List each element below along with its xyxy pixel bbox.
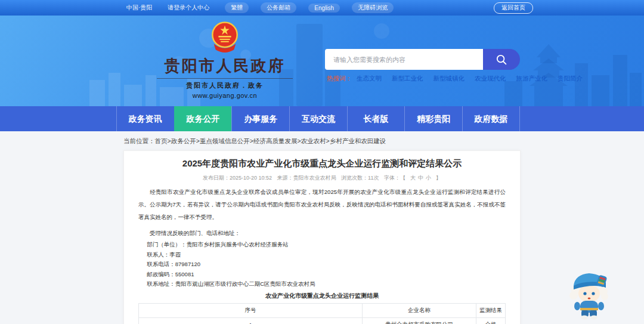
table-header-row: 序号企业名称监测结果 (139, 303, 506, 317)
hot-search-link[interactable]: 旅游产业化 (516, 75, 548, 83)
font-size-option[interactable]: 大 (410, 175, 416, 181)
nav-tab[interactable]: 政府数据 (462, 106, 520, 131)
topbar-link[interactable]: 请登录个人中心 (168, 4, 209, 12)
contact-line: 部门（单位）：贵阳市乡村振兴服务中心农村经济服务站 (138, 240, 506, 250)
article-paragraph-1: 经贵阳市农业产业化市级重点龙头企业联席会议成员单位审定，现对2025年开展的农业… (138, 186, 506, 223)
site-title: 贵阳市人民政府 (132, 55, 317, 76)
hot-search-link[interactable]: 新型工业化 (392, 75, 423, 83)
search-bar (325, 49, 520, 70)
breadcrumb-path[interactable]: 首页>政务公开>重点领域信息公开>经济高质量发展>农业农村>乡村产业和农田建设 (155, 137, 386, 144)
cell-company-name: 贵州合力超市采购有限公司 (363, 317, 476, 324)
font-size-options: 大中小 (409, 175, 432, 181)
search-icon (496, 54, 507, 66)
article-meta: 发布日期：2025-10-20 10:52 来源：贵阳市农业农村局 浏览次数：1… (138, 174, 506, 182)
table-body: 1 贵州合力超市采购有限公司 合格 2 贵州友禾种业有限公司 合格 3 贵州松果… (139, 317, 506, 324)
main-nav: 政务资讯政务公开办事服务互动交流长者版精彩贵阳政府数据 (0, 106, 644, 131)
contact-line: 联系地址：贵阳市观山湖区市级行政中心二期C区贵阳市农业农村局 (138, 279, 506, 289)
cell-result: 合格 (476, 317, 505, 324)
table-caption: 农业产业化市级重点龙头企业运行监测结果 (138, 292, 506, 300)
topbar-link[interactable]: 公务邮箱 (261, 2, 296, 13)
contact-line: 邮政编码：550081 (138, 270, 506, 280)
table-row: 1 贵州合力超市采购有限公司 合格 (139, 317, 506, 324)
nav-tab[interactable]: 精彩贵阳 (404, 106, 462, 131)
topbar-menu: 中国·贵阳请登录个人中心繁體公务邮箱English无障碍浏览 (126, 2, 405, 13)
return-home-button[interactable]: 返回首页 (494, 2, 533, 14)
hot-search-link[interactable]: 生态文明 (357, 75, 382, 83)
font-size-label-close: 】 (436, 175, 441, 181)
monitoring-results-table: 序号企业名称监测结果 1 贵州合力超市采购有限公司 合格 2 贵州友禾种业有限公… (138, 303, 506, 324)
nav-tab[interactable]: 互动交流 (289, 106, 347, 131)
site-subtitle: 贵阳市人民政府．政务 (132, 81, 317, 90)
national-emblem-icon (209, 20, 240, 55)
nav-tab[interactable]: 长者版 (347, 106, 405, 131)
page: 中国·贵阳请登录个人中心繁體公务邮箱English无障碍浏览 返回首页 (0, 0, 644, 324)
article-paragraph-2: 受理情况反映的部门、电话和地址： (138, 227, 506, 239)
hot-search-link[interactable]: 贵阳简介 (558, 75, 583, 83)
nav-tab[interactable]: 办事服务 (231, 106, 289, 131)
search-button[interactable] (483, 49, 520, 70)
mascot-widget[interactable] (566, 267, 613, 320)
topbar-link[interactable]: 中国·贵阳 (126, 4, 152, 12)
breadcrumb: 当前位置：首页>政务公开>重点领域信息公开>经济高质量发展>农业农村>乡村产业和… (123, 137, 386, 146)
contact-line: 联系人：李霞 (138, 250, 506, 260)
topbar-link[interactable]: 无障碍浏览 (352, 2, 394, 13)
nav-tab[interactable]: 政务资讯 (116, 106, 174, 131)
publish-date: 发布日期：2025-10-20 10:52 (203, 175, 272, 181)
cell-index: 1 (139, 317, 363, 324)
search-input[interactable] (325, 49, 483, 70)
topbar-link[interactable]: English (308, 4, 340, 13)
font-size-label: 字体：【 (384, 175, 405, 181)
banner: 贵阳市人民政府 贵阳市人民政府．政务 www.guiyang.gov.cn 热搜… (0, 16, 644, 106)
hot-search-label: 热搜词： (327, 75, 352, 83)
font-size-option[interactable]: 中 (418, 175, 423, 181)
table-header-cell: 监测结果 (476, 303, 505, 317)
contact-line: 联系电话：87987120 (138, 260, 506, 270)
site-url: www.guiyang.gov.cn (132, 92, 317, 99)
font-size-option[interactable]: 小 (426, 175, 431, 181)
article-title: 2025年度贵阳市农业产业化市级重点龙头企业运行监测和评定结果公示 (138, 158, 506, 169)
hot-search-link[interactable]: 农业现代化 (475, 75, 506, 83)
hot-search-row: 热搜词： 生态文明新型工业化新型城镇化农业现代化旅游产业化贵阳简介 (327, 75, 593, 83)
topbar: 中国·贵阳请登录个人中心繁體公务邮箱English无障碍浏览 返回首页 (0, 0, 644, 16)
logo-divider (157, 78, 293, 79)
article-source: 来源：贵阳市农业农村局 (277, 175, 336, 181)
nav-tab[interactable]: 政务公开 (174, 106, 232, 131)
site-logo[interactable]: 贵阳市人民政府 贵阳市人民政府．政务 www.guiyang.gov.cn (132, 20, 317, 99)
article-card: 2025年度贵阳市农业产业化市级重点龙头企业运行监测和评定结果公示 发布日期：2… (123, 150, 521, 324)
hot-search-links: 生态文明新型工业化新型城镇化农业现代化旅游产业化贵阳简介 (357, 75, 593, 83)
table-header-cell: 序号 (139, 303, 363, 317)
view-count: 浏览次数：11次 (341, 175, 379, 181)
hot-search-link[interactable]: 新型城镇化 (434, 75, 465, 83)
table-header-cell: 企业名称 (363, 303, 476, 317)
city-skyline-decoration (0, 16, 644, 106)
topbar-link[interactable]: 繁體 (225, 2, 249, 13)
breadcrumb-label: 当前位置： (123, 137, 155, 144)
contact-list: 部门（单位）：贵阳市乡村振兴服务中心农村经济服务站联系人：李霞联系电话：8798… (138, 240, 506, 289)
